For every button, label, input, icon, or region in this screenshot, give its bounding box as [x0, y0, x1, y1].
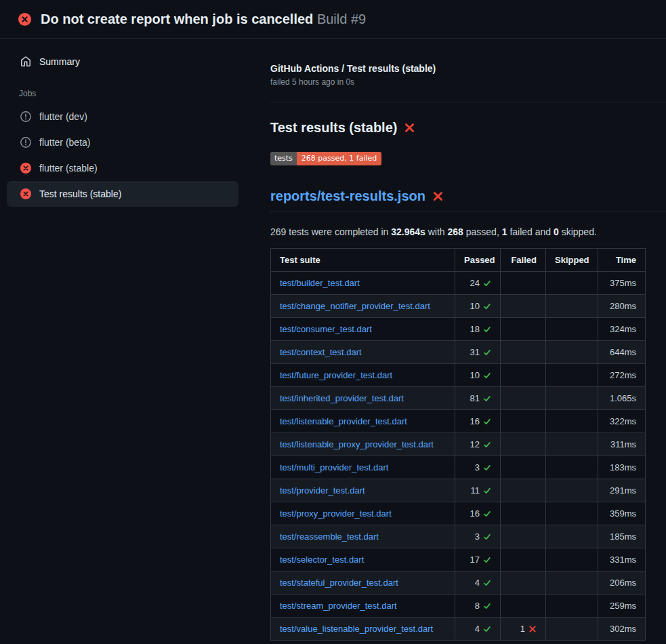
passed-cell: 12	[455, 433, 501, 456]
page-title: Do not create report when job is cancell…	[41, 12, 366, 27]
failed-cell	[501, 479, 546, 502]
count-value: 359ms	[610, 507, 636, 520]
test-suite-link[interactable]: test/proxy_provider_test.dart	[280, 508, 392, 519]
x-circle-icon	[20, 163, 31, 174]
test-suite-link[interactable]: test/context_test.dart	[280, 347, 362, 357]
check-mark-icon	[483, 602, 491, 610]
cross-mark-icon	[404, 122, 415, 134]
table-body: test/builder_test.dart24375mstest/change…	[271, 272, 646, 641]
suite-cell: test/stateful_provider_test.dart	[271, 571, 455, 595]
time-cell: 324ms	[598, 318, 646, 341]
test-suite-link[interactable]: test/listenable_proxy_provider_test.dart	[280, 439, 434, 449]
failed-cell	[501, 548, 546, 571]
build-number: Build #9	[317, 12, 366, 26]
sidebar-item-flutter-beta[interactable]: flutter (beta)	[7, 129, 238, 155]
table-row: test/value_listenable_provider_test.dart…	[271, 618, 646, 641]
time-cell: 375ms	[598, 272, 646, 295]
sidebar: Summary Jobs flutter (dev)flutter (beta)…	[0, 39, 249, 644]
test-suite-link[interactable]: test/future_provider_test.dart	[280, 370, 392, 380]
table-row: test/consumer_test.dart18324ms	[271, 318, 646, 341]
skipped-cell	[546, 479, 598, 502]
suite-cell: test/listenable_provider_test.dart	[271, 410, 455, 433]
test-suite-link[interactable]: test/multi_provider_test.dart	[280, 462, 388, 472]
failed-cell	[501, 295, 546, 318]
test-suite-link[interactable]: test/change_notifier_provider_test.dart	[280, 301, 430, 311]
table-row: test/reassemble_test.dart3185ms	[271, 525, 646, 548]
passed-cell: 16	[455, 502, 501, 525]
test-suite-link[interactable]: test/value_listenable_provider_test.dart	[280, 624, 433, 634]
suite-cell: test/stream_provider_test.dart	[271, 595, 455, 618]
th-passed: Passed	[455, 249, 501, 272]
test-suite-link[interactable]: test/listenable_provider_test.dart	[280, 416, 407, 426]
test-results-table: Test suite Passed Failed Skipped Time te…	[270, 248, 646, 641]
skipped-cell	[546, 525, 598, 548]
check-mark-icon	[483, 348, 491, 357]
test-suite-link[interactable]: test/inherited_provider_test.dart	[280, 393, 404, 403]
check-mark-icon	[483, 487, 491, 495]
time-cell: 359ms	[598, 502, 646, 525]
test-suite-link[interactable]: test/reassemble_test.dart	[280, 531, 379, 542]
sidebar-item-flutter-dev[interactable]: flutter (dev)	[7, 104, 238, 129]
time-cell: 259ms	[598, 595, 646, 618]
test-suite-link[interactable]: test/builder_test.dart	[280, 278, 360, 288]
app-root: Do not create report when job is cancell…	[0, 0, 666, 644]
report-file-link[interactable]: reports/test-results.json	[270, 188, 425, 204]
table-row: test/provider_test.dart11291ms	[271, 479, 646, 502]
failed-cell	[501, 433, 546, 456]
jobs-list: flutter (dev)flutter (beta)flutter (stab…	[0, 104, 249, 207]
count-value: 3	[475, 461, 480, 474]
failed-count: 1	[502, 226, 507, 237]
passed-cell: 3	[455, 456, 501, 479]
skipped-count: 0	[554, 226, 559, 237]
test-suite-link[interactable]: test/stream_provider_test.dart	[280, 601, 397, 611]
count-value: 18	[470, 323, 480, 336]
sidebar-item-flutter-stable[interactable]: flutter (stable)	[7, 155, 238, 181]
badge-value: 268 passed, 1 failed	[297, 152, 381, 165]
time-cell: 206ms	[598, 571, 646, 595]
cross-mark-icon	[528, 625, 537, 633]
count-value: 206ms	[610, 576, 636, 589]
count-value: 16	[470, 507, 480, 520]
skipped-cell	[546, 502, 598, 525]
table-header: Test suite Passed Failed Skipped Time	[271, 249, 646, 272]
count-value: 331ms	[610, 553, 636, 566]
passed-cell: 18	[455, 318, 501, 341]
skipped-cell	[546, 364, 598, 387]
sidebar-item-test-results-stable[interactable]: Test results (stable)	[7, 181, 238, 207]
passed-count: 268	[448, 226, 463, 237]
count-value: 272ms	[610, 369, 636, 382]
table-row: test/inherited_provider_test.dart811.065…	[271, 387, 646, 410]
failed-cell	[501, 571, 546, 595]
table-row: test/builder_test.dart24375ms	[271, 272, 646, 295]
summary-label: Summary	[39, 56, 80, 67]
job-label: flutter (beta)	[39, 137, 90, 148]
failed-cell	[501, 341, 546, 364]
test-suite-link[interactable]: test/provider_test.dart	[280, 485, 365, 496]
home-icon	[20, 56, 31, 67]
test-suite-link[interactable]: test/selector_test.dart	[280, 555, 364, 565]
count-value: 16	[470, 415, 480, 428]
passed-cell: 3	[455, 525, 501, 548]
count-value: 183ms	[610, 461, 636, 474]
count-value: 322ms	[610, 415, 636, 428]
job-label: flutter (stable)	[39, 163, 98, 174]
check-mark-icon	[483, 279, 491, 287]
passed-cell: 4	[455, 618, 501, 641]
count-value: 291ms	[610, 484, 636, 497]
count-value: 280ms	[610, 300, 636, 313]
suite-cell: test/reassemble_test.dart	[271, 525, 455, 548]
test-suite-link[interactable]: test/stateful_provider_test.dart	[280, 578, 398, 588]
sidebar-item-summary[interactable]: Summary	[7, 49, 238, 74]
passed-cell: 16	[455, 410, 501, 433]
time-cell: 280ms	[598, 295, 646, 318]
table-row: test/stateful_provider_test.dart4206ms	[271, 571, 646, 595]
skipped-cell	[546, 387, 598, 410]
skipped-cell	[546, 618, 598, 641]
count-value: 31	[470, 346, 480, 359]
time-cell: 272ms	[598, 364, 646, 387]
job-label: flutter (dev)	[39, 111, 87, 122]
test-suite-link[interactable]: test/consumer_test.dart	[280, 324, 372, 334]
section-title: Test results (stable)	[270, 120, 666, 136]
section-title-text: Test results (stable)	[270, 120, 397, 136]
count-value: 17	[470, 553, 480, 566]
